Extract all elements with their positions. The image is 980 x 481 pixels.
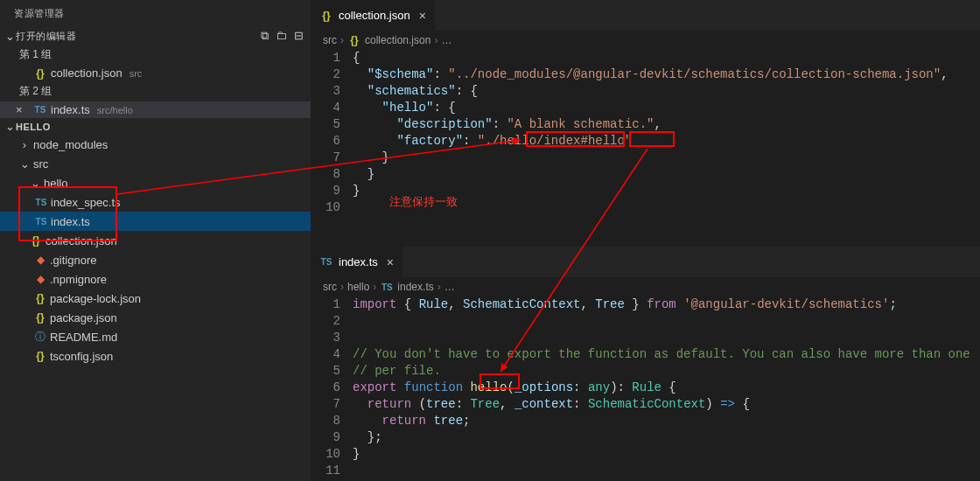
file-readme[interactable]: ⓘREADME.md	[0, 327, 311, 346]
info-icon: ⓘ	[33, 330, 47, 345]
ts-icon: TS	[34, 217, 48, 227]
folder-hello[interactable]: ⌄hello	[0, 173, 311, 192]
chevron-down-icon: ⌄	[29, 177, 41, 190]
group-1-label: 第 1 组	[0, 45, 311, 65]
file-package[interactable]: {}package.json	[0, 308, 311, 327]
tab-index[interactable]: TS index.ts ×	[311, 247, 403, 277]
ts-icon: TS	[319, 257, 333, 267]
tab-bar: TS index.ts ×	[311, 247, 980, 277]
file-npmignore[interactable]: ◆.npmignore	[0, 269, 311, 289]
file-gitignore[interactable]: ◆.gitignore	[0, 250, 311, 269]
json-icon: {}	[33, 292, 47, 304]
breadcrumb[interactable]: src› hello› TS index.ts› …	[311, 277, 980, 296]
json-icon: {}	[29, 234, 43, 247]
ts-icon: TS	[380, 282, 394, 292]
chevron-down-icon: ⌄	[4, 30, 16, 43]
breadcrumb[interactable]: src› {} collection.json› …	[311, 31, 980, 50]
sidebar: 资源管理器 ⌄ 打开的编辑器 ⧉ 🗀 ⊟ 第 1 组 {} collection…	[0, 0, 311, 481]
project-header[interactable]: ⌄ HELLO	[0, 118, 311, 135]
chevron-down-icon: ⌄	[18, 157, 31, 171]
chevron-down-icon: ⌄	[4, 120, 16, 133]
close-icon[interactable]: ×	[16, 103, 30, 116]
close-all-icon[interactable]: ⊟	[294, 29, 304, 43]
code-editor-2[interactable]: 1234567891011 import { Rule, SchematicCo…	[311, 296, 980, 481]
file-index-spec[interactable]: TSindex_spec.ts	[0, 192, 311, 212]
annotation-text: 注意保持一致	[389, 194, 458, 210]
json-icon: {}	[33, 67, 47, 80]
group-2-label: 第 2 组	[0, 81, 311, 101]
editor-pane-2: TS index.ts × src› hello› TS index.ts› ……	[311, 247, 980, 481]
ts-icon: TS	[34, 198, 48, 207]
file-tree: ›node_modules ⌄src ⌄hello TSindex_spec.t…	[0, 135, 311, 366]
json-icon: {}	[33, 350, 47, 362]
open-editor-index[interactable]: × TS index.ts src/hello	[0, 101, 311, 118]
file-collection[interactable]: {}collection.json	[0, 231, 311, 250]
chevron-right-icon: ›	[18, 138, 31, 151]
close-icon[interactable]: ×	[419, 9, 426, 23]
close-icon[interactable]: ×	[387, 255, 394, 269]
tab-collection[interactable]: {} collection.json ×	[311, 0, 436, 31]
json-icon: {}	[347, 34, 361, 46]
folder-node-modules[interactable]: ›node_modules	[0, 135, 311, 154]
new-untitled-icon[interactable]: ⧉	[261, 29, 269, 43]
explorer-title: 资源管理器	[0, 0, 311, 27]
folder-src[interactable]: ⌄src	[0, 154, 311, 173]
file-tsconfig[interactable]: {}tsconfig.json	[0, 346, 311, 366]
json-icon: {}	[33, 311, 47, 324]
file-package-lock[interactable]: {}package-lock.json	[0, 289, 311, 308]
open-editors-header[interactable]: ⌄ 打开的编辑器 ⧉ 🗀 ⊟	[0, 27, 311, 45]
json-icon: {}	[319, 10, 333, 22]
code-editor-1[interactable]: 12345678910 { "$schema": "../node_module…	[311, 50, 980, 246]
git-icon: ◆	[33, 254, 47, 266]
npm-icon: ◆	[33, 273, 47, 285]
editor-area: {} collection.json × src› {} collection.…	[311, 0, 980, 481]
ts-icon: TS	[33, 105, 47, 115]
open-editor-collection[interactable]: {} collection.json src	[0, 65, 311, 81]
file-index[interactable]: TSindex.ts	[0, 212, 311, 231]
tab-bar: {} collection.json ×	[311, 0, 980, 31]
save-all-icon[interactable]: 🗀	[276, 29, 287, 43]
